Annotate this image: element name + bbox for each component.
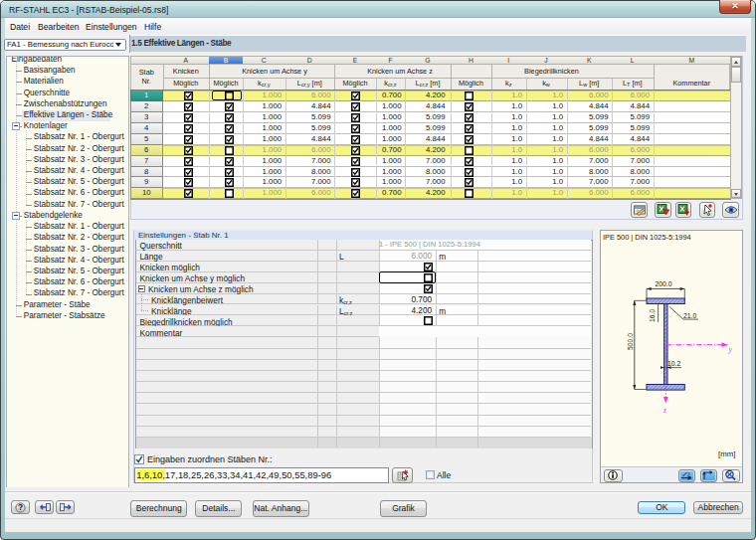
svg-text:z: z — [662, 406, 666, 415]
svg-text:500.0: 500.0 — [627, 333, 634, 350]
svg-text:?: ? — [18, 502, 23, 512]
svg-text:x: x — [688, 471, 691, 476]
svg-text:y: y — [728, 345, 733, 354]
svg-text:21.0: 21.0 — [683, 312, 696, 319]
svg-text:200.0: 200.0 — [656, 280, 672, 287]
svg-text:10.2: 10.2 — [667, 360, 680, 367]
svg-text:16.0: 16.0 — [649, 309, 656, 322]
